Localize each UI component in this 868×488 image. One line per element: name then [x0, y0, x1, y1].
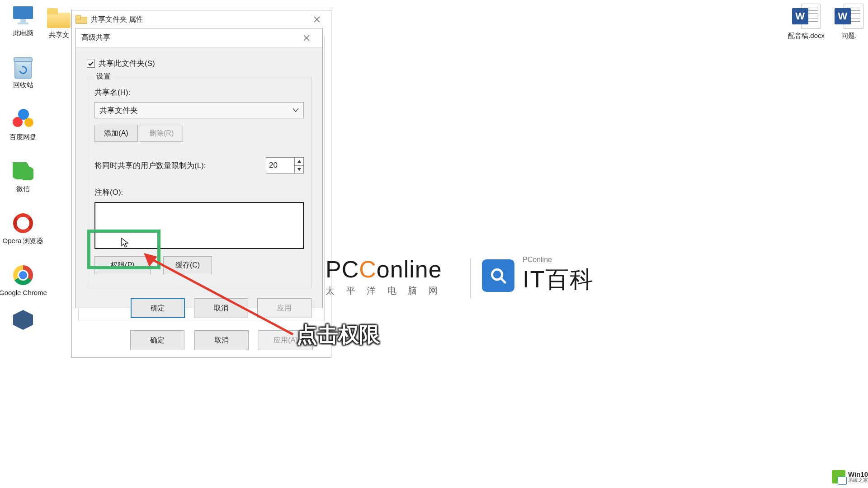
- desktop-label: 微信: [16, 185, 30, 193]
- corner-badge: Win10 系统之家: [832, 470, 868, 483]
- pc-icon: [12, 6, 34, 24]
- settings-groupbox: 设置 共享名(H): 共享文件夹 添加(A) 删除(R) 将同时共享的用户数量限…: [87, 77, 311, 288]
- advanced-sharing-dialog: 高级共享 共享此文件夹(S) 设置 共享名(H): 共享文件夹 添加(A) 删除…: [75, 28, 323, 308]
- desktop-label: Opera 浏览器: [3, 237, 44, 245]
- file-label: 问题.: [841, 32, 857, 40]
- ok-button[interactable]: 确定: [130, 330, 184, 350]
- corner-badge-sub: 系统之家: [848, 478, 868, 483]
- recycle-bin-icon: [14, 56, 33, 79]
- user-limit-spinner[interactable]: 20: [266, 157, 304, 174]
- chevron-down-icon: [297, 168, 301, 171]
- desktop-icon-unknown[interactable]: [3, 308, 43, 332]
- watermark-pconline: PCConline 太 平 洋 电 脑 网: [326, 256, 442, 297]
- watermark-itbaike: PConline IT百科: [482, 256, 594, 296]
- desktop-file-word-1[interactable]: W 配音稿.docx: [788, 4, 825, 40]
- dialog-title: 高级共享: [81, 33, 110, 42]
- titlebar[interactable]: 高级共享: [76, 28, 322, 47]
- word-file-icon: W: [835, 4, 863, 29]
- divider: [470, 258, 471, 298]
- remove-button: 删除(R): [140, 125, 183, 142]
- check-icon: [88, 61, 94, 66]
- desktop-icon-this-pc[interactable]: 此电脑: [3, 4, 43, 38]
- user-limit-label: 将同时共享的用户数量限制为(L):: [94, 160, 206, 171]
- tutorial-caption: 点击权限: [297, 321, 380, 349]
- dialog-title: 共享文件夹 属性: [91, 15, 143, 24]
- baidu-netdisk-icon: [13, 109, 33, 130]
- desktop-label: 回收站: [13, 81, 33, 89]
- desktop-icon-recycle-bin[interactable]: 回收站: [3, 56, 43, 89]
- user-limit-value: 20: [269, 161, 278, 170]
- close-button[interactable]: [307, 13, 327, 26]
- groupbox-legend: 设置: [94, 72, 113, 81]
- desktop-label: 此电脑: [13, 29, 33, 38]
- wm-text: PC: [326, 256, 359, 282]
- desktop-label: Google Chrome: [0, 289, 47, 296]
- share-name-label: 共享名(H):: [94, 87, 304, 98]
- close-icon: [314, 16, 320, 23]
- svg-line-3: [501, 278, 506, 283]
- share-folder-checkbox[interactable]: [87, 60, 95, 68]
- wm-text: online: [377, 256, 442, 282]
- wm2-sub: PConline: [523, 256, 594, 264]
- hex-app-icon: [13, 310, 33, 330]
- chrome-icon: [13, 265, 33, 285]
- cursor-icon: [121, 238, 129, 248]
- word-file-icon: W: [792, 4, 821, 29]
- share-folder-label: 共享此文件夹(S): [99, 58, 155, 69]
- wm-subtext: 太 平 洋 电 脑 网: [326, 285, 442, 297]
- svg-point-2: [492, 269, 502, 279]
- file-label: 配音稿.docx: [788, 32, 825, 40]
- spinner-down[interactable]: [295, 165, 303, 174]
- opera-icon: [13, 213, 33, 233]
- ok-button[interactable]: 确定: [131, 298, 185, 318]
- apply-button: 应用: [257, 298, 311, 318]
- desktop-icon-wechat[interactable]: 微信: [3, 160, 43, 193]
- share-name-value: 共享文件夹: [99, 105, 138, 116]
- spinner-up[interactable]: [295, 158, 303, 165]
- comment-label: 注释(O):: [94, 187, 304, 197]
- search-logo-icon: [482, 259, 514, 292]
- add-button[interactable]: 添加(A): [94, 125, 138, 142]
- cancel-button[interactable]: 取消: [194, 330, 249, 350]
- desktop-file-word-2[interactable]: W 问题.: [835, 4, 863, 40]
- desktop-icon-shared-folder[interactable]: 共享文: [47, 8, 71, 39]
- desktop-icon-opera[interactable]: Opera 浏览器: [3, 211, 43, 245]
- chevron-up-icon: [297, 160, 301, 163]
- cancel-button[interactable]: 取消: [194, 298, 248, 318]
- close-icon: [303, 35, 310, 41]
- desktop-label: 共享文: [49, 31, 69, 39]
- share-name-combobox[interactable]: 共享文件夹: [94, 102, 304, 118]
- desktop-icon-chrome[interactable]: Google Chrome: [3, 263, 43, 296]
- chevron-down-icon: [292, 106, 299, 115]
- desktop-label: 百度网盘: [9, 133, 37, 141]
- cache-button[interactable]: 缓存(C): [163, 256, 212, 274]
- desktop-icon-baidu-netdisk[interactable]: 百度网盘: [3, 108, 43, 141]
- folder-icon: [75, 15, 86, 24]
- wm2-main: IT百科: [523, 264, 594, 296]
- wechat-icon: [13, 162, 33, 180]
- close-button[interactable]: [296, 31, 317, 45]
- titlebar[interactable]: 共享文件夹 属性: [72, 10, 331, 28]
- corner-badge-title: Win10: [848, 471, 868, 478]
- permissions-button[interactable]: 权限(P): [94, 256, 151, 274]
- folder-icon: [47, 8, 71, 28]
- win10-badge-icon: [832, 470, 845, 483]
